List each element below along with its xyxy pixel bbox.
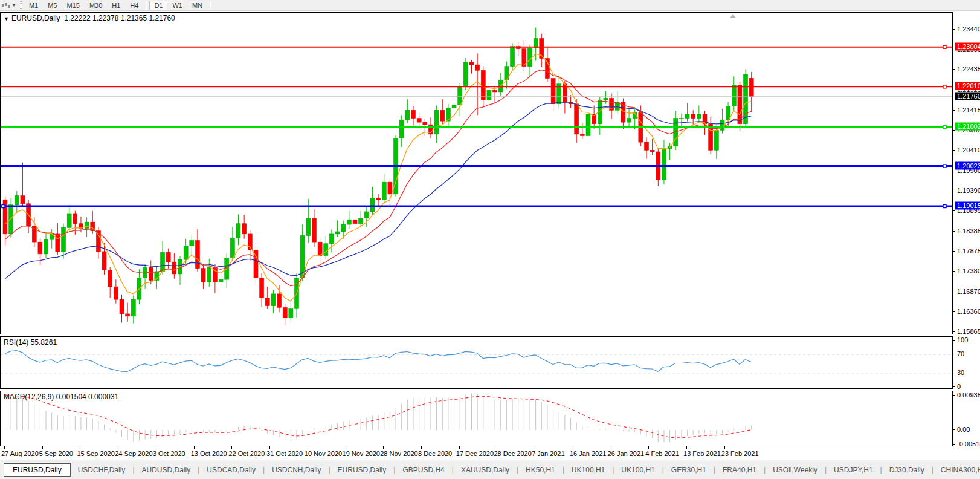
candle-body [650,150,654,152]
timeframe-button-w1[interactable]: W1 [167,1,187,10]
axis-tick [953,354,955,354]
chart-tab-audusd-daily[interactable]: AUDUSD,Daily [135,464,198,476]
candle-body [423,122,427,125]
candle-body [364,212,369,218]
candle-body [195,240,199,268]
candle-body [120,299,124,314]
macd-pane[interactable]: MACD(12,26,9) 0.001504 0.000031 [0,391,953,446]
date-tick [573,446,573,449]
symbol-period-label: EURUSD,Daily [11,14,60,22]
chart-tab-usdchf-daily[interactable]: USDCHF,Daily [71,464,133,476]
candle-body [353,220,357,224]
candle-body [184,246,188,259]
chart-title: ▼EURUSD,Daily 1.22222 1.22378 1.21365 1.… [4,14,175,22]
date-label: 28 Nov 2020 [380,450,417,457]
axis-tick-label: 1.16360 [957,308,980,315]
line-handle[interactable] [943,85,946,88]
candle-body [21,196,25,204]
candle-body [627,119,631,123]
candle-body [452,105,456,108]
candle-body [388,182,392,194]
axis-tick [953,271,955,272]
chart-tab-xauusd-daily[interactable]: XAUUSD,Daily [454,464,517,476]
chart-tab-usoil-weekly[interactable]: USOil,Weekly [766,464,825,476]
line-handle[interactable] [943,165,946,168]
timeframe-button-h1[interactable]: H1 [107,1,125,10]
candle-body [662,149,666,180]
line-handle[interactable] [943,125,946,128]
candle-body [143,267,147,278]
date-label: 19 Nov 2020 [343,450,380,457]
chart-tab-hk50-h1[interactable]: HK50,H1 [518,464,563,476]
chart-tab-uk100-h1[interactable]: UK100,H1 [614,464,662,476]
timeframe-button-d1[interactable]: D1 [149,1,167,10]
axis-tick-label: 1.23440 [957,25,980,33]
timeframe-button-m15[interactable]: M15 [62,1,84,10]
axis-tick-label: 1.20410 [957,146,980,154]
axis-tick [953,191,955,191]
candle-body [207,267,211,282]
chart-tab-bar: EURUSD,DailyUSDCHF,Daily|AUDUSD,Daily|US… [0,460,980,479]
date-tick [421,446,422,449]
date-tick [611,446,611,449]
toolbar-separator [210,1,211,9]
price-chart-pane[interactable]: ▼EURUSD,Daily 1.22222 1.22378 1.21365 1.… [0,12,953,334]
rsi-pane[interactable]: RSI(14) 55.8261 [0,336,953,389]
timeframe-button-m5[interactable]: M5 [43,1,62,10]
candle-body [575,104,579,134]
candle-body [236,224,240,238]
chart-tab-eurusd-daily[interactable]: EURUSD,Daily [330,464,394,476]
axis-tick [953,395,955,396]
date-tick [346,446,346,449]
date-tick [459,446,460,449]
timeframe-button-m30[interactable]: M30 [85,1,107,10]
timeframe-button-h4[interactable]: H4 [125,1,143,10]
candlestick-chart[interactable] [1,13,952,334]
collapse-triangle-icon[interactable]: ▼ [4,16,9,22]
candle-body [15,196,19,205]
chart-tab-eurusd-daily[interactable]: EURUSD,Daily [4,463,71,477]
candle-body [359,218,363,224]
chart-shift-marker[interactable] [730,14,736,18]
chart-tool-button[interactable]: ▼ [0,2,18,9]
line-handle[interactable] [943,45,946,48]
date-label: 26 Jan 2021 [608,450,645,457]
line-handle[interactable] [943,205,946,208]
candle-body [691,114,695,119]
axis-tick-label: 1.16870 [957,288,980,295]
chart-tab-usdcnh-daily[interactable]: USDCNH,Daily [265,464,328,476]
candle-body [370,198,375,212]
candle-body [511,47,515,67]
chart-tab-gbpusd-h4[interactable]: GBPUSD,H4 [395,464,451,476]
candle-body [67,214,71,227]
date-tick [156,446,156,449]
candle-body [190,240,194,246]
date-label: 3 Oct 2020 [153,450,185,457]
chart-tab-dj30-daily[interactable]: DJ30,Daily [882,464,932,476]
chart-tab-usdcad-daily[interactable]: USDCAD,Daily [199,464,263,476]
chart-tab-china300-h1[interactable]: CHINA300,H1 [933,464,980,476]
candle-body [744,74,748,124]
timeframe-button-m1[interactable]: M1 [24,1,43,10]
axis-tick [953,110,955,111]
current-price-label: 1.21760 [955,92,980,100]
candle-body [417,119,421,123]
candle-body [172,262,176,274]
chart-tab-ger30-h1[interactable]: GER30,H1 [664,464,714,476]
timeframe-toolbar: ▼ M1M5M15M30H1H4 D1W1MN [0,0,980,11]
line-handle[interactable] [2,205,5,208]
chart-tab-usdjpy-h1[interactable]: USDJPY,H1 [827,464,880,476]
date-tick [4,446,5,449]
chart-tab-fra40-h1[interactable]: FRA40,H1 [715,464,764,476]
axis-tick-label: 1.17380 [957,267,980,275]
toolbar-grip[interactable] [20,1,22,9]
candle-body [749,78,753,96]
candle-body [545,59,549,79]
ohlc-values: 1.22222 1.22378 1.21365 1.21760 [64,14,175,22]
axis-tick-label: 1.19390 [957,187,980,194]
chart-tab-uk100-h1[interactable]: UK100,H1 [564,464,612,476]
candle-body [318,242,322,255]
macd-tick-label: 0.00 [957,426,970,433]
rsi-tick-label: 30 [957,369,964,376]
timeframe-button-mn[interactable]: MN [187,1,207,10]
